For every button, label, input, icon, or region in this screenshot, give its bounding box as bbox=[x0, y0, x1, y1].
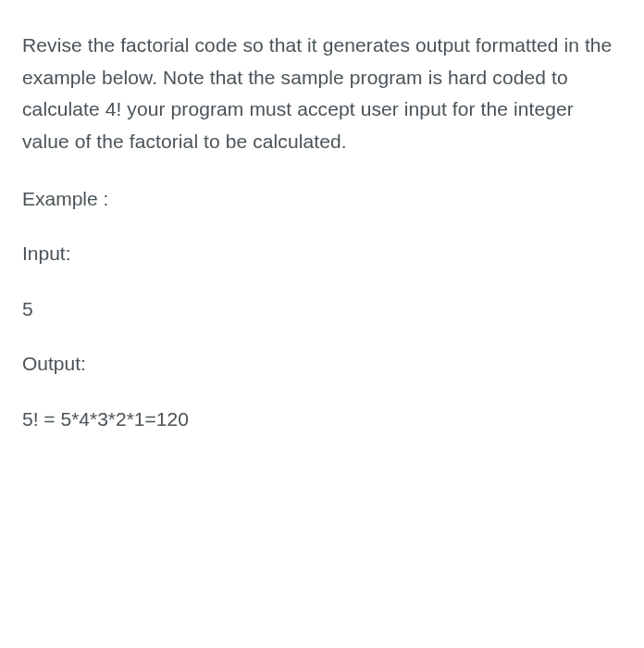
output-value: 5! = 5*4*3*2*1=120 bbox=[22, 405, 622, 434]
example-label: Example : bbox=[22, 184, 622, 214]
input-value: 5 bbox=[22, 294, 622, 324]
output-label: Output: bbox=[22, 349, 622, 379]
input-label: Input: bbox=[22, 239, 622, 268]
problem-description: Revise the factorial code so that it gen… bbox=[22, 30, 622, 158]
